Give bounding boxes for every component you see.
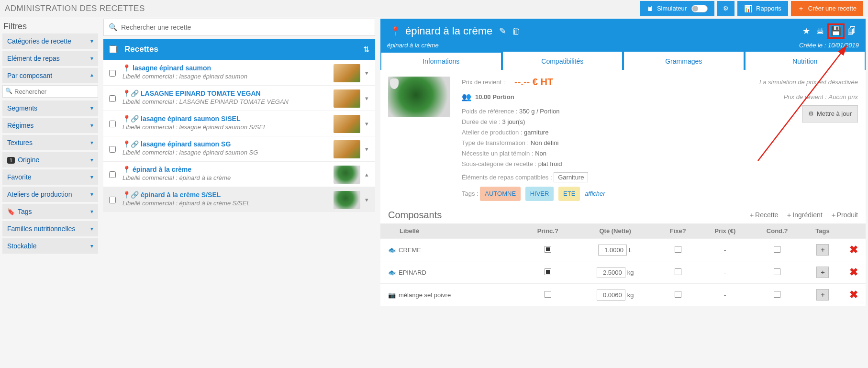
filter-tags[interactable]: 🔖Tags▾ (2, 204, 98, 219)
qty-input[interactable]: 2.5000 (597, 267, 625, 278)
fixe-checkbox[interactable] (675, 291, 681, 298)
filter-el-ment-de-repas[interactable]: Elément de repas▾ (2, 51, 98, 66)
chevron-down-icon: ▾ (90, 225, 93, 232)
recipe-list-header: Recettes ⇅ (103, 39, 375, 60)
create-recipe-button[interactable]: ＋ Créer une recette (791, 1, 863, 16)
simulateur-toggle[interactable] (691, 5, 708, 12)
export-icon[interactable]: 💾 (831, 26, 841, 36)
filter-textures[interactable]: Textures▾ (2, 135, 98, 150)
fixe-checkbox[interactable] (675, 268, 681, 275)
filter-ateliers-de-production[interactable]: Ateliers de production▾ (2, 187, 98, 202)
col-tags: Tags (803, 223, 842, 239)
recipe-checkbox[interactable] (109, 70, 116, 77)
settings-button[interactable]: ⚙ (717, 1, 734, 16)
princ-checkbox[interactable] (545, 268, 551, 275)
recipe-row[interactable]: 📍🔗lasagne épinard saumon S/SELLibellé co… (103, 111, 375, 136)
add-tag-button[interactable]: ＋ (816, 289, 829, 301)
select-all-checkbox[interactable] (109, 45, 117, 53)
simulateur-button[interactable]: 🖩 Simulateur (640, 1, 714, 16)
chevron-down-icon: ▾ (90, 156, 93, 163)
filters-heading: Filtres (3, 22, 97, 32)
chevron-down-icon: ▾ (90, 105, 93, 112)
recipe-row[interactable]: 📍lasagne épinard saumonLibellé commercia… (103, 60, 375, 85)
chevron-icon[interactable]: ▴ (363, 171, 370, 178)
edit-icon[interactable]: ✎ (499, 26, 506, 36)
recipe-checkbox[interactable] (109, 146, 116, 153)
recipe-image[interactable] (388, 77, 450, 117)
add-recette[interactable]: ＋Recette (748, 211, 778, 220)
delete-row-button[interactable]: ✖ (849, 289, 858, 301)
cond-checkbox[interactable] (774, 268, 780, 275)
fixe-checkbox[interactable] (675, 246, 681, 253)
recipe-list-column: Recettes ⇅ 📍lasagne épinard saumonLibell… (100, 17, 378, 212)
princ-checkbox[interactable] (545, 291, 551, 298)
update-button[interactable]: ⚙ Mettre à jour (802, 105, 858, 123)
delete-row-button[interactable]: ✖ (849, 266, 858, 278)
recipe-row[interactable]: 📍🔗épinard à la crème S/SELLibellé commer… (103, 187, 375, 212)
col-princ: Princ.? (522, 223, 574, 239)
chevron-icon[interactable]: ▾ (363, 196, 370, 203)
ingredient-icon: 🐟 (388, 269, 396, 276)
add-produit[interactable]: ＋Produit (830, 211, 858, 220)
sort-icon[interactable]: ⇅ (363, 45, 369, 54)
delete-icon[interactable]: 🗑 (512, 26, 521, 36)
recipe-row[interactable]: 📍🔗LASAGNE EPINARD TOMATE VEGANLibellé co… (103, 85, 375, 111)
ingredient-icon: 🐟 (388, 246, 396, 254)
recipe-checkbox[interactable] (109, 121, 116, 127)
filter-r-gimes[interactable]: Régimes▾ (2, 118, 98, 133)
gear-icon: ⚙ (723, 5, 729, 12)
filter-favorite[interactable]: Favorite▾ (2, 169, 98, 185)
filter-cat-gories-de-recette[interactable]: Catégories de recette▾ (2, 33, 98, 49)
star-icon[interactable]: ★ (802, 26, 810, 36)
tag-hiver[interactable]: HIVER (525, 187, 554, 201)
filter-search-input[interactable] (2, 85, 98, 98)
filter-familles-nutritionnelles[interactable]: Familles nutritionnelles▾ (2, 221, 98, 236)
tags-more-link[interactable]: afficher (585, 190, 605, 197)
recipe-row[interactable]: 📍épinard à la crèmeLibellé commercial : … (103, 161, 375, 187)
copy-icon[interactable]: 🗐 (847, 26, 856, 36)
recipe-row[interactable]: 📍🔗lasagne épinard saumon SGLibellé comme… (103, 136, 375, 161)
component-row: 🐟CREME1.0000L-＋✖ (380, 239, 866, 261)
pin-icon: 📍🔗 (122, 115, 139, 123)
tags-label: Tags : (462, 190, 479, 197)
component-name: CREME (399, 246, 421, 254)
recipe-list-title: Recettes (124, 45, 363, 54)
col-qte: Qté (Nette) (574, 223, 657, 239)
princ-checkbox[interactable] (545, 246, 551, 253)
filter-par-composant[interactable]: Par composant▾ (2, 68, 98, 83)
add-tag-button[interactable]: ＋ (816, 267, 829, 278)
rapports-button[interactable]: 📊 Rapports (737, 1, 788, 16)
chevron-icon[interactable]: ▾ (363, 95, 370, 102)
col-fixe: Fixe? (657, 223, 699, 239)
tab-compatibilites[interactable]: Compatibilités (503, 52, 623, 70)
filter-segments[interactable]: Segments▾ (2, 100, 98, 116)
cond-checkbox[interactable] (774, 291, 780, 298)
tag-ete[interactable]: ETE (558, 187, 580, 201)
chevron-down-icon: ▾ (90, 174, 93, 180)
chevron-icon[interactable]: ▾ (363, 120, 370, 127)
tag-automne[interactable]: AUTOMNE (480, 187, 521, 201)
tab-grammages[interactable]: Grammages (624, 52, 744, 70)
recipe-checkbox[interactable] (109, 197, 116, 203)
qty-unit: kg (627, 291, 634, 299)
filter-stockable[interactable]: Stockable▾ (2, 238, 98, 254)
recipe-checkbox[interactable] (109, 95, 116, 102)
recipe-checkbox[interactable] (109, 171, 116, 178)
col-prix: Prix (€) (699, 223, 751, 239)
qty-input[interactable]: 0.0060 (597, 290, 625, 301)
recipe-search-input[interactable] (104, 19, 375, 35)
chevron-up-icon: ▾ (90, 72, 93, 79)
delete-row-button[interactable]: ✖ (849, 244, 858, 256)
add-ingredient[interactable]: ＋Ingrédient (786, 211, 822, 220)
add-tag-button[interactable]: ＋ (816, 244, 829, 256)
revient-value: Aucun prix (829, 93, 858, 100)
elem-chip[interactable]: Garniture (554, 172, 588, 182)
tab-nutrition[interactable]: Nutrition (746, 52, 865, 70)
tab-informations[interactable]: Informations (381, 52, 501, 70)
cond-checkbox[interactable] (774, 246, 780, 253)
print-icon[interactable]: 🖶 (816, 26, 824, 36)
filter-origine[interactable]: 1Origine▾ (2, 152, 98, 167)
chevron-icon[interactable]: ▾ (363, 69, 370, 77)
qty-input[interactable]: 1.0000 (598, 245, 627, 256)
chevron-icon[interactable]: ▾ (363, 145, 370, 153)
